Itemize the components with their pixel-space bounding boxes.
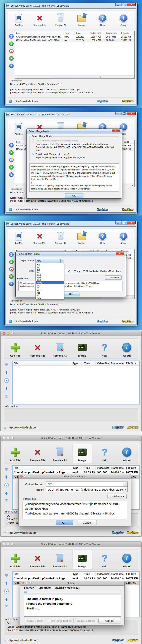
col-video-size[interactable]: Video Size xyxy=(96,466,109,470)
add-file-button[interactable]: Add File xyxy=(10,232,28,244)
col-frame-rate[interactable]: Frame rate xyxy=(105,31,120,35)
play-preview-button[interactable] xyxy=(9,267,14,271)
move-up-button[interactable] xyxy=(5,475,8,478)
website-link[interactable]: http://www.boilsoft.com xyxy=(15,208,38,210)
move-to-bottom-button[interactable] xyxy=(5,606,8,608)
scroll-right-icon[interactable]: ► xyxy=(131,296,134,298)
col-type[interactable]: Type xyxy=(71,572,83,576)
scroll-right-icon[interactable]: ► xyxy=(131,184,134,187)
col-type[interactable]: Type xyxy=(71,466,83,470)
buynow-link[interactable]: BuyNow xyxy=(122,208,133,211)
move-to-top-button[interactable] xyxy=(9,143,14,148)
remove-all-button[interactable]: Remove All xyxy=(50,550,69,569)
col-time[interactable]: Time xyxy=(83,361,96,365)
minimize-traffic-light[interactable] xyxy=(7,543,9,546)
add-file-button[interactable]: Add File xyxy=(6,444,25,463)
col-file-size[interactable]: File size xyxy=(120,140,134,144)
remove-file-button[interactable]: × Remove File xyxy=(28,550,47,569)
dropdown-option[interactable]: mp4 xyxy=(36,279,64,281)
close-button[interactable]: x xyxy=(127,112,136,115)
dropdown-option[interactable]: dvd xyxy=(36,268,64,271)
dialog-close-button[interactable]: x xyxy=(112,128,120,132)
col-file[interactable]: File xyxy=(13,361,71,365)
add-file-button[interactable]: Add File xyxy=(10,122,28,135)
maximize-button[interactable] xyxy=(121,112,127,115)
close-button[interactable]: x xyxy=(127,221,136,224)
remove-all-button[interactable]: Remove All xyxy=(50,339,69,358)
cancel-button[interactable]: Cancel xyxy=(78,520,97,525)
horizontal-scrollbar[interactable]: ◄ ► xyxy=(15,75,134,78)
minimize-button[interactable] xyxy=(115,3,121,6)
profile-field[interactable]: DVD - MPEG PS Format - (Video: MPEG2, 60… xyxy=(46,487,123,492)
scroll-left-icon[interactable]: ◄ xyxy=(15,76,18,78)
move-up-button[interactable] xyxy=(9,42,14,46)
minimize-traffic-light[interactable] xyxy=(24,475,26,478)
minimize-button[interactable] xyxy=(115,221,121,224)
website-link[interactable]: http://www.boilsoft.com xyxy=(15,100,38,102)
dropdown-option[interactable]: vob xyxy=(36,294,64,297)
ok-button[interactable]: OK xyxy=(65,193,83,198)
col-video-size[interactable]: Video Size xyxy=(96,572,109,576)
remove-file-button[interactable]: × Remove File xyxy=(31,13,48,26)
about-button[interactable]: i About xyxy=(115,13,132,26)
advance-button[interactable]: =>Advance xyxy=(107,494,127,499)
help-button[interactable]: ? Help xyxy=(95,444,114,463)
close-traffic-light[interactable] xyxy=(3,332,5,335)
dialog-close-button[interactable]: x xyxy=(116,251,124,255)
close-traffic-light[interactable] xyxy=(20,475,23,478)
merge-button[interactable]: Merge xyxy=(73,444,92,463)
move-to-bottom-button[interactable] xyxy=(9,172,14,177)
move-to-top-button[interactable] xyxy=(5,468,8,471)
col-file-size[interactable]: File Size xyxy=(125,572,139,576)
website-link[interactable]: http://www.boilsoft.com xyxy=(8,638,38,642)
register-link[interactable]: Register xyxy=(112,426,123,429)
move-up-button[interactable] xyxy=(5,371,8,374)
zoom-traffic-light[interactable] xyxy=(29,582,32,584)
advance-button[interactable]: =>Advance xyxy=(105,275,122,280)
move-to-top-button[interactable] xyxy=(9,34,14,38)
move-to-bottom-button[interactable] xyxy=(9,282,14,286)
minimize-button[interactable] xyxy=(115,112,121,115)
about-button[interactable]: i About xyxy=(115,232,132,244)
move-up-button[interactable] xyxy=(9,150,14,155)
col-file-size[interactable]: File Size xyxy=(125,361,139,365)
output-format-combo[interactable]: wmv ▼ xyxy=(36,259,64,263)
col-video-size[interactable]: Video Size xyxy=(96,361,109,365)
col-time[interactable]: Time xyxy=(83,572,96,576)
play-joined-file-button[interactable]: Play the joined file xyxy=(48,618,74,623)
dropdown-option[interactable]: svcd xyxy=(36,289,64,292)
buynow-link[interactable]: BuyNow xyxy=(127,638,138,642)
move-down-button[interactable] xyxy=(5,387,8,390)
merge-button[interactable]: Merge xyxy=(73,550,92,569)
minimize-traffic-light[interactable] xyxy=(7,437,9,440)
col-type[interactable]: Type xyxy=(71,361,83,365)
direct-stream-clone-radio[interactable]: Direct Stream Clone(No-re-encoding mode) xyxy=(32,140,116,142)
remove-file-button[interactable]: × Remove File xyxy=(28,339,47,358)
col-file-size[interactable]: File Size xyxy=(125,466,139,470)
play-preview-button[interactable]: ▶ xyxy=(4,483,9,488)
col-frame-rate[interactable]: Frame rate xyxy=(109,361,125,365)
dropdown-option[interactable]: psp xyxy=(36,284,64,286)
col-time[interactable]: Time xyxy=(83,466,96,470)
minimize-traffic-light[interactable] xyxy=(26,582,28,584)
output-format-field[interactable]: dvd xyxy=(46,482,123,487)
col-frame-rate[interactable]: Frame rate xyxy=(109,466,125,470)
table-row[interactable]: C:\Users\Mac Pro\Desktop\video\MVI_6784(… xyxy=(15,38,134,42)
register-link[interactable]: Register xyxy=(112,531,123,534)
zoom-traffic-light[interactable] xyxy=(11,332,14,335)
website-link[interactable]: http://www.boilsoft.com xyxy=(15,320,38,322)
scroll-right-icon[interactable]: ► xyxy=(131,76,134,78)
play-preview-button[interactable] xyxy=(9,49,14,53)
move-down-button[interactable] xyxy=(9,56,14,60)
close-traffic-light[interactable] xyxy=(22,582,24,584)
buynow-link[interactable]: BuyNow xyxy=(127,426,138,429)
zoom-traffic-light[interactable] xyxy=(11,543,14,546)
dropdown-option[interactable]: rm xyxy=(36,286,64,289)
remove-all-button[interactable]: Remove All xyxy=(52,232,69,244)
help-button[interactable]: ? Help xyxy=(94,13,111,26)
move-up-button[interactable] xyxy=(9,260,14,264)
play-preview-button[interactable]: ▶ xyxy=(4,378,9,383)
move-to-bottom-button[interactable] xyxy=(5,500,8,502)
delete-source-button[interactable]: Delete Source xyxy=(75,618,96,623)
remove-file-button[interactable]: × Remove File xyxy=(31,232,48,244)
